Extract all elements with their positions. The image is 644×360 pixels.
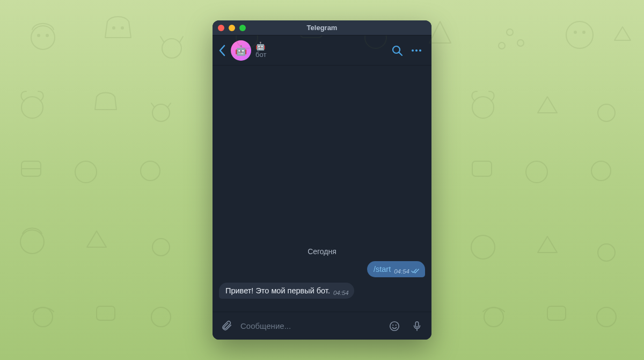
message-time: 04:54 — [333, 290, 349, 296]
fullscreen-window-icon[interactable] — [239, 25, 246, 31]
avatar-emoji: 🤖 — [235, 45, 247, 56]
svg-point-13 — [21, 97, 43, 118]
microphone-icon — [411, 320, 423, 332]
read-receipt-icon — [411, 268, 420, 274]
chat-meta[interactable]: 🤖 бот — [255, 41, 266, 59]
svg-point-25 — [526, 161, 547, 183]
svg-point-8 — [507, 29, 513, 35]
svg-point-37 — [396, 325, 397, 326]
svg-rect-38 — [415, 321, 419, 327]
svg-point-27 — [598, 244, 615, 261]
avatar[interactable]: 🤖 — [231, 40, 251, 61]
svg-point-0 — [31, 26, 55, 49]
chat-title-emoji: 🤖 — [255, 41, 266, 51]
paperclip-icon — [221, 320, 233, 332]
chevron-left-icon — [218, 45, 226, 56]
svg-point-17 — [20, 230, 44, 254]
svg-point-5 — [162, 39, 181, 58]
svg-point-32 — [412, 49, 414, 51]
svg-rect-15 — [21, 161, 41, 176]
svg-point-2 — [46, 34, 48, 37]
message-input[interactable] — [240, 321, 381, 330]
svg-point-11 — [574, 31, 576, 33]
message-bubble-incoming[interactable]: Привет! Это мой первый бот. 04:54 — [219, 283, 354, 299]
more-horizontal-icon — [410, 44, 423, 57]
back-button[interactable] — [216, 44, 229, 57]
svg-rect-24 — [472, 161, 492, 176]
svg-point-16 — [75, 161, 97, 183]
svg-point-21 — [151, 307, 171, 327]
svg-point-26 — [471, 235, 495, 259]
more-button[interactable] — [407, 41, 426, 60]
message-text: Привет! Это мой первый бот. — [225, 286, 330, 296]
svg-point-22 — [472, 97, 494, 118]
svg-point-3 — [113, 27, 115, 29]
svg-point-19 — [33, 307, 53, 327]
message-text: /start — [374, 264, 391, 274]
svg-rect-20 — [97, 306, 115, 320]
svg-point-10 — [499, 42, 505, 49]
svg-point-18 — [152, 239, 170, 256]
svg-point-14 — [152, 104, 170, 121]
svg-point-30 — [597, 307, 616, 327]
chat-subtitle: бот — [255, 51, 266, 59]
svg-point-34 — [419, 49, 421, 51]
message-row-incoming: Привет! Это мой первый бот. 04:54 — [219, 283, 425, 299]
search-icon — [391, 44, 404, 57]
svg-rect-29 — [547, 306, 566, 320]
svg-point-4 — [121, 27, 123, 29]
message-bubble-outgoing[interactable]: /start 04:54 — [367, 261, 425, 277]
chat-title: 🤖 — [255, 41, 266, 51]
svg-point-12 — [583, 31, 585, 33]
composer — [213, 312, 431, 340]
window-controls — [218, 25, 246, 31]
attach-button[interactable] — [218, 317, 236, 335]
titlebar[interactable]: Telegram — [213, 20, 431, 35]
svg-point-9 — [517, 40, 524, 46]
voice-button[interactable] — [408, 317, 426, 335]
search-button[interactable] — [387, 41, 407, 60]
minimize-window-icon[interactable] — [229, 25, 235, 31]
svg-point-35 — [390, 321, 399, 330]
app-window: Telegram 🤖 🤖 бот Сегодня /start — [213, 20, 431, 340]
close-window-icon[interactable] — [218, 25, 224, 31]
svg-point-33 — [415, 49, 418, 51]
svg-point-1 — [38, 34, 40, 37]
svg-point-28 — [484, 307, 503, 327]
svg-point-36 — [392, 325, 393, 326]
chat-header: 🤖 🤖 бот — [213, 35, 431, 66]
emoji-button[interactable] — [385, 317, 404, 335]
message-time: 04:54 — [394, 268, 409, 275]
date-separator: Сегодня — [308, 247, 336, 256]
chat-area[interactable]: Сегодня /start 04:54 Привет! Это мой пер… — [213, 66, 431, 312]
svg-point-23 — [598, 104, 615, 121]
message-row-outgoing: /start 04:54 — [219, 261, 425, 277]
smiley-icon — [389, 320, 400, 332]
